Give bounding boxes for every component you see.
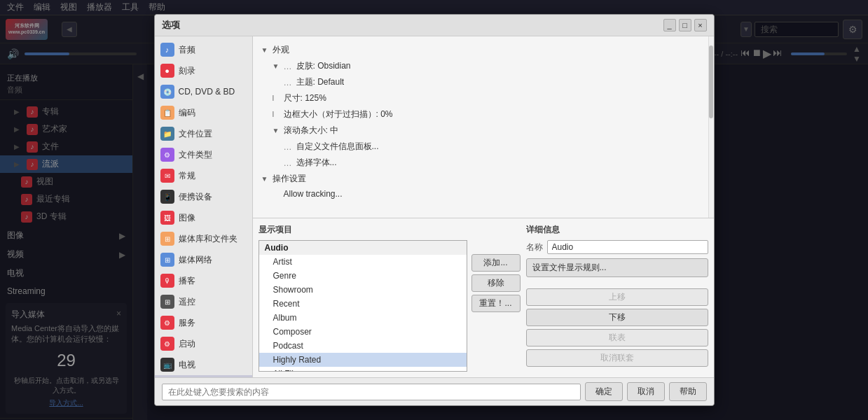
nav-medialibrary-icon: ⊞ — [160, 232, 174, 246]
nav-tv-label: 电视 — [179, 359, 195, 371]
list-item-recent[interactable]: Recent — [259, 297, 467, 311]
tracking-label: Allow tracking... — [284, 189, 343, 199]
skin-label: 皮肤: Obsidian — [296, 64, 351, 72]
name-input[interactable] — [547, 240, 708, 254]
nav-medianet-icon: ⊞ — [160, 253, 174, 267]
nav-filetype[interactable]: ⚙ 文件类型 — [155, 144, 252, 165]
move-down-btn[interactable]: 下移 — [526, 309, 708, 326]
custom-panel-item[interactable]: … 自定义文件信息面板... — [259, 139, 708, 155]
nav-remote[interactable]: ⊞ 遥控 — [155, 291, 252, 312]
size-item[interactable]: I 尺寸: 125% — [259, 90, 708, 106]
nav-general[interactable]: ✉ 常规 — [155, 165, 252, 186]
operation-arrow: ▼ — [261, 175, 270, 183]
list-item-allfiles[interactable]: All Files — [259, 367, 467, 372]
nav-recording[interactable]: ● 刻录 — [155, 64, 252, 81]
nav-podcast-label: 播客 — [179, 275, 195, 287]
nav-service[interactable]: ⚙ 服务 — [155, 312, 252, 333]
size-arrow: I — [273, 94, 281, 102]
operation-item[interactable]: ▼ 操作设置 — [259, 171, 708, 187]
display-buttons: 添加... 移除 重置！... — [471, 240, 521, 372]
theme-item[interactable]: … 主题: Default — [259, 74, 708, 90]
list-item-genre[interactable]: Genre — [259, 269, 467, 283]
nav-fileloc-label: 文件位置 — [179, 128, 212, 140]
nav-startup-icon: ⚙ — [160, 337, 174, 351]
nav-remote-icon: ⊞ — [160, 295, 174, 309]
move-up-btn[interactable]: 上移 — [526, 288, 708, 306]
custompanel-dots: … — [284, 142, 292, 152]
settings-scrollbar-thumb — [709, 64, 713, 118]
scrollbar-label: 滚动条大小: 中 — [284, 125, 339, 136]
settings-scrollbar[interactable] — [708, 64, 714, 218]
remove-btn[interactable]: 移除 — [471, 274, 521, 292]
file-display-btn[interactable]: 设置文件显示规则... — [526, 258, 708, 277]
name-label: 名称 — [526, 241, 543, 253]
tracking-item[interactable]: Allow tracking... — [259, 187, 708, 201]
collapse-btn[interactable]: 取消联套 — [526, 349, 708, 367]
nav-recording-icon: ● — [160, 64, 174, 78]
display-section: 显示项目 Audio Artist Genre Showroom Recent … — [253, 218, 714, 377]
nav-remote-label: 遥控 — [179, 296, 195, 308]
skin-arrow: ▼ — [273, 64, 281, 70]
nav-portable[interactable]: 📱 便携设备 — [155, 186, 252, 207]
display-right: 详细信息 名称 设置文件显示规则... 上移 下移 联表 — [526, 224, 708, 372]
theme-label: 主题: Default — [296, 76, 345, 88]
help-btn[interactable]: 帮助 — [669, 382, 707, 401]
list-item-audio[interactable]: Audio — [259, 241, 467, 255]
nav-cddvd[interactable]: 💿 CD, DVD & BD — [155, 81, 252, 102]
list-item-highlyrated[interactable]: Highly Rated — [259, 353, 467, 367]
list-item-artist[interactable]: Artist — [259, 255, 467, 269]
list-item-album[interactable]: Album — [259, 311, 467, 325]
cancel-btn[interactable]: 取消 — [627, 382, 665, 401]
nav-podcast[interactable]: 🎙 播客 — [155, 270, 252, 291]
theme-dots: … — [284, 78, 292, 88]
nav-medianet[interactable]: ⊞ 媒体网络 — [155, 249, 252, 270]
app-window: 文件 编辑 视图 播放器 工具 帮助 河东软件网www.pc0339.cn ◀ … — [0, 0, 868, 420]
list-item-showroom[interactable]: Showroom — [259, 283, 467, 297]
nav-tv[interactable]: 📺 电视 — [155, 354, 252, 375]
border-item[interactable]: I 边框大小（对于过扫描）: 0% — [259, 106, 708, 122]
nav-startup-label: 启动 — [179, 338, 195, 350]
dialog-nav: ♪ 音频 ● 刻录 💿 CD, DVD & BD 📋 — [155, 64, 253, 377]
dialog-search-input[interactable] — [162, 384, 581, 400]
add-btn[interactable]: 添加... — [471, 254, 521, 272]
nav-fileloc[interactable]: 📁 文件位置 — [155, 123, 252, 144]
border-label: 边框大小（对于过扫描）: 0% — [284, 108, 393, 120]
nav-medianet-label: 媒体网络 — [179, 254, 212, 266]
nav-cddvd-label: CD, DVD & BD — [179, 87, 235, 97]
nav-cddvd-icon: 💿 — [160, 85, 174, 99]
main-content: 正在播放 音频 ▶ ♪ 专辑 ▶ ♪ 艺术家 ▶ ♪ 文件 — [0, 64, 868, 420]
nav-encoding-icon: 📋 — [160, 106, 174, 120]
scrollbar-arrow: ▼ — [273, 127, 281, 134]
nav-fileloc-icon: 📁 — [160, 127, 174, 141]
dialog-overlay: 选项 _ □ × ♪ 音频 — [0, 64, 868, 420]
nav-image-label: 图像 — [179, 212, 195, 224]
confirm-btn[interactable]: 确定 — [585, 382, 623, 401]
nav-image-icon: 🖼 — [160, 211, 174, 225]
font-label: 选择字体... — [296, 157, 337, 169]
nav-tv-icon: 📺 — [160, 358, 174, 372]
dialog-right-content: ▼ 外观 ▼ … 皮肤: Obsidian … 主题: — [253, 64, 714, 377]
reset-btn[interactable]: 重置！... — [471, 295, 521, 312]
dialog-body: ♪ 音频 ● 刻录 💿 CD, DVD & BD 📋 — [155, 64, 714, 377]
list-item-composer[interactable]: Composer — [259, 325, 467, 339]
scrollbar-item[interactable]: ▼ 滚动条大小: 中 — [259, 122, 708, 139]
nav-portable-label: 便携设备 — [179, 191, 212, 203]
nav-medialibrary-label: 媒体库和文件夹 — [179, 233, 237, 245]
dialog-bottom: 确定 取消 帮助 — [155, 377, 714, 405]
nav-podcast-icon: 🎙 — [160, 274, 174, 288]
nav-filetype-icon: ⚙ — [160, 148, 174, 162]
display-left: 显示项目 Audio Artist Genre Showroom Recent … — [259, 224, 521, 372]
skin-item[interactable]: ▼ … 皮肤: Obsidian — [259, 64, 708, 74]
list-item-podcast[interactable]: Podcast — [259, 339, 467, 353]
nav-image[interactable]: 🖼 图像 — [155, 207, 252, 228]
nav-service-label: 服务 — [179, 317, 195, 329]
nav-encoding[interactable]: 📋 编码 — [155, 102, 252, 123]
detail-header: 详细信息 — [526, 224, 708, 236]
expand-btn[interactable]: 联表 — [526, 329, 708, 346]
nav-startup[interactable]: ⚙ 启动 — [155, 333, 252, 354]
nav-recording-label: 刻录 — [179, 65, 195, 77]
skin-dots: … — [284, 64, 292, 71]
font-item[interactable]: … 选择字体... — [259, 155, 708, 171]
nav-general-icon: ✉ — [160, 169, 174, 183]
nav-medialibrary[interactable]: ⊞ 媒体库和文件夹 — [155, 228, 252, 249]
